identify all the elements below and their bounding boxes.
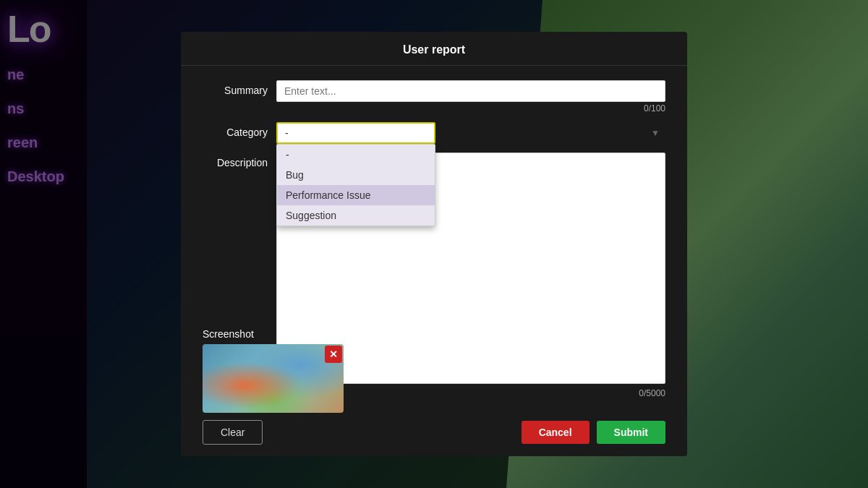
screenshot-remove-button[interactable]: ✕ bbox=[325, 346, 342, 363]
dropdown-item-suggestion[interactable]: Suggestion bbox=[277, 205, 435, 226]
category-select[interactable]: - Bug Performance Issue Suggestion bbox=[276, 122, 435, 144]
summary-char-count: 0/100 bbox=[276, 103, 665, 114]
dropdown-item-performance[interactable]: Performance Issue bbox=[277, 185, 435, 205]
dropdown-item-dash[interactable]: - bbox=[277, 145, 435, 165]
chevron-down-icon: ▼ bbox=[651, 128, 660, 138]
modal-overlay: User report Summary 0/100 Category - bbox=[0, 0, 868, 488]
screenshot-label: Screenshot bbox=[203, 328, 344, 340]
screenshot-image bbox=[203, 344, 344, 413]
category-field: - Bug Performance Issue Suggestion ▼ - B… bbox=[276, 122, 665, 144]
summary-input[interactable] bbox=[276, 80, 665, 102]
dropdown-item-bug[interactable]: Bug bbox=[277, 165, 435, 185]
category-row: Category - Bug Performance Issue Suggest… bbox=[203, 122, 665, 144]
modal-title: User report bbox=[181, 32, 687, 66]
clear-button[interactable]: Clear bbox=[203, 420, 263, 445]
category-dropdown-list: - Bug Performance Issue Suggestion bbox=[276, 144, 435, 226]
modal-dialog: User report Summary 0/100 Category - bbox=[181, 32, 687, 456]
modal-footer: Clear Cancel Submit bbox=[181, 413, 687, 456]
footer-right-buttons: Cancel Submit bbox=[522, 421, 665, 444]
description-label: Description bbox=[203, 153, 268, 168]
submit-button[interactable]: Submit bbox=[597, 421, 665, 444]
cancel-button[interactable]: Cancel bbox=[522, 421, 590, 444]
summary-field: 0/100 bbox=[276, 80, 665, 114]
screenshot-section: Screenshot ✕ bbox=[203, 328, 344, 413]
category-label: Category bbox=[203, 122, 268, 138]
summary-label: Summary bbox=[203, 80, 268, 96]
category-wrapper: - Bug Performance Issue Suggestion ▼ - B… bbox=[276, 122, 665, 144]
summary-row: Summary 0/100 bbox=[203, 80, 665, 114]
screenshot-thumbnail: ✕ bbox=[203, 344, 344, 413]
